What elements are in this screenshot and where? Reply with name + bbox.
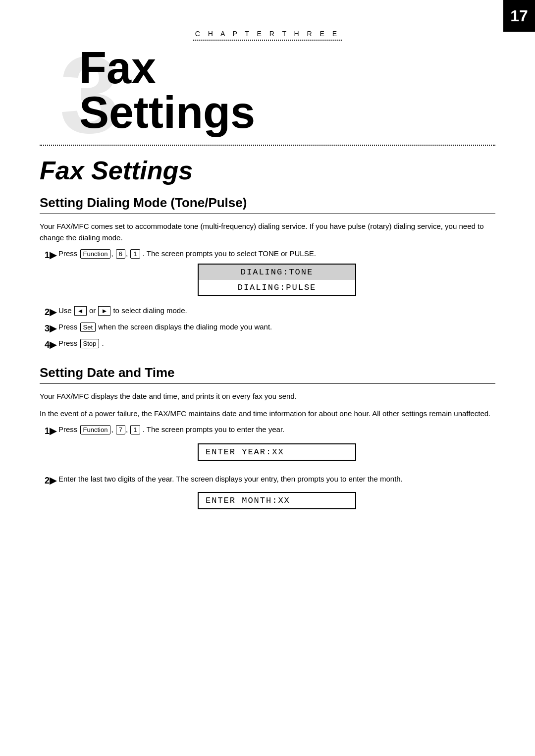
step-2-content: Use ◄ or ► to select dialing mode.: [58, 306, 495, 316]
step-2-arrow-left-key: ◄: [74, 306, 87, 316]
date-step-1-key-7: 7: [116, 425, 125, 434]
dialing-mode-steps: 1▶ Press Function, 6, 1 . The screen pro…: [45, 249, 495, 350]
dialing-step-2: 2▶ Use ◄ or ► to select dialing mode.: [45, 306, 495, 318]
dialing-mode-intro: Your FAX/MFC comes set to accommodate to…: [40, 221, 495, 243]
lcd-dialing-tone: DIALING:TONE: [199, 265, 355, 280]
chapter-title-text: Fax Settings: [79, 46, 495, 135]
page-number-badge: 17: [503, 0, 535, 32]
date-time-intro: Your FAX/MFC displays the date and time,…: [40, 391, 495, 402]
enter-year-display: ENTER YEAR:XX: [58, 439, 495, 465]
step-4-period: .: [102, 339, 104, 347]
lcd-enter-year: ENTER YEAR:XX: [198, 443, 356, 461]
date-time-section: Setting Date and Time Your FAX/MFC displ…: [40, 365, 495, 518]
dialing-mode-section: Setting Dialing Mode (Tone/Pulse) Your F…: [40, 195, 495, 350]
chapter-title-line1: Fax: [79, 46, 495, 90]
date-time-heading: Setting Date and Time: [40, 365, 495, 384]
date-step-2: 2▶ Enter the last two digits of the year…: [45, 475, 495, 518]
step-1-key-function: Function: [80, 249, 111, 259]
dialing-mode-heading: Setting Dialing Mode (Tone/Pulse): [40, 195, 495, 214]
step-2-text-after: to select dialing mode.: [113, 306, 187, 315]
lcd-wrapper-dialing: DIALING:TONE DIALING:PULSE: [198, 264, 356, 296]
date-step-1: 1▶ Press Function, 7, 1 . The screen pro…: [45, 425, 495, 470]
date-step-2-content: Enter the last two digits of the year. T…: [58, 475, 495, 518]
step-1-press-text: Press: [58, 249, 80, 258]
date-step-number-2: 2▶: [45, 475, 58, 486]
dialing-step-1: 1▶ Press Function, 6, 1 . The screen pro…: [45, 249, 495, 301]
step-3-key-set: Set: [80, 323, 96, 332]
step-1-content: Press Function, 6, 1 . The screen prompt…: [58, 249, 495, 301]
step-1-key-6: 6: [116, 249, 125, 259]
step-number-1: 1▶: [45, 249, 58, 261]
date-time-steps: 1▶ Press Function, 7, 1 . The screen pro…: [45, 425, 495, 518]
step-number-3: 3▶: [45, 323, 58, 334]
step-1-comma-2: ,: [126, 249, 130, 258]
step-2-or-text: or: [89, 306, 98, 315]
step-4-press-text: Press: [58, 339, 80, 347]
step-1-text-after: . The screen prompts you to select TONE …: [143, 249, 316, 258]
chapter-title-line2: Settings: [79, 90, 495, 135]
step-4-key-stop: Stop: [80, 339, 100, 348]
chapter-title-block: 3 Fax Settings: [40, 46, 495, 135]
date-time-intro2: In the event of a power failure, the FAX…: [40, 408, 495, 420]
dialing-step-4: 4▶ Press Stop .: [45, 339, 495, 350]
step-2-arrow-right-key: ►: [98, 306, 110, 316]
chapter-dots-line: [193, 40, 342, 41]
step-4-content: Press Stop .: [58, 339, 495, 348]
step-3-text-after: when the screen displays the dialing mod…: [98, 323, 272, 331]
date-step-1-text-after: . The screen prompts you to enter the ye…: [143, 425, 285, 433]
date-step-1-comma-2: ,: [126, 425, 130, 433]
date-step-1-key-function: Function: [80, 425, 111, 434]
step-1-comma-1: ,: [111, 249, 115, 258]
lcd-dialing-pulse: DIALING:PULSE: [199, 280, 355, 295]
dialing-step-3: 3▶ Press Set when the screen displays th…: [45, 323, 495, 334]
step-number-4: 4▶: [45, 339, 58, 350]
dialing-lcd-display: DIALING:TONE DIALING:PULSE: [58, 264, 495, 296]
step-1-key-1: 1: [130, 249, 140, 259]
page-number: 17: [510, 7, 528, 25]
step-3-press-text: Press: [58, 323, 80, 331]
enter-month-display: ENTER MONTH:XX: [58, 488, 495, 513]
section-main-title: Fax Settings: [40, 156, 495, 185]
date-step-1-press-text: Press: [58, 425, 80, 433]
date-step-number-1: 1▶: [45, 425, 58, 436]
date-step-2-text: Enter the last two digits of the year. T…: [58, 475, 403, 483]
date-step-1-key-1: 1: [130, 425, 140, 434]
step-3-content: Press Set when the screen displays the d…: [58, 323, 495, 332]
lcd-enter-month: ENTER MONTH:XX: [198, 492, 356, 509]
date-step-1-content: Press Function, 7, 1 . The screen prompt…: [58, 425, 495, 470]
step-number-2: 2▶: [45, 306, 58, 318]
date-step-1-comma-1: ,: [111, 425, 115, 433]
step-2-use-text: Use: [58, 306, 74, 315]
